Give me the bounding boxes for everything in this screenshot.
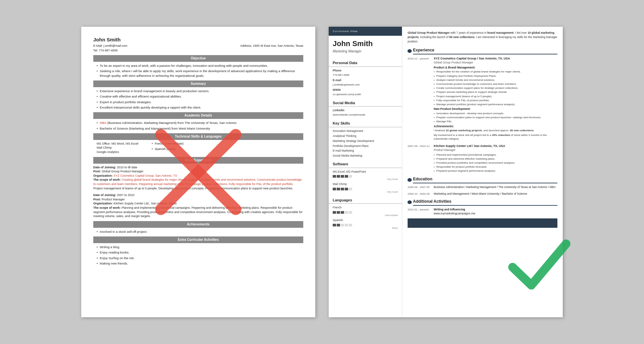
- left-work-header: Work Experience: [93, 157, 303, 164]
- linkedin-label: LinkedIn: [329, 109, 402, 113]
- skill-5: E-mail Marketing: [329, 149, 402, 154]
- cv-label: Curriculum Vitae: [329, 27, 402, 36]
- lang-2: Spanish: [329, 218, 402, 223]
- left-objective-2: Seeking a role, where I will be able to …: [93, 69, 303, 78]
- left-summary-2: Creative with effective and efficient or…: [93, 94, 303, 99]
- left-summary-3: Expert in product portfolio strategies.: [93, 100, 303, 104]
- exp-1-b9: Manage product portfolio (product segmen…: [434, 103, 557, 106]
- left-summary-4: Excellent interpersonal skills quickly d…: [93, 105, 303, 110]
- software-2-level: Very Good: [333, 190, 398, 194]
- exp-1-role: Global Group Product Manager: [434, 61, 557, 65]
- lang-2-bar: Basic: [329, 223, 402, 231]
- exp-1-dates: 2010-12 - present: [408, 56, 431, 141]
- exp-1-subsection-2: New Product Development:: [434, 107, 557, 111]
- exp-2-b5: Prepared product segment performance ana…: [434, 169, 557, 173]
- key-skills-title: Key Skills: [329, 121, 402, 127]
- exp-1-b7: Project management (teams of up to 5 peo…: [434, 95, 557, 98]
- software-1: MS Excel, MS PowerPoint: [329, 170, 402, 175]
- edu-entry-1: 2005-09 - 2007-05 Business Administratio…: [408, 185, 557, 189]
- left-email: E-Mail: j.smith@mail.com: [93, 44, 127, 48]
- exp-1-b4: Communicate product knowledge to custome…: [434, 82, 557, 86]
- add-1-dates: 2012-01 - present: [408, 208, 431, 216]
- exp-1-company: XYZ Cosmetics Capital Group / San Antoni…: [434, 56, 557, 61]
- left-extra-2: Enjoy reading books.: [93, 250, 303, 254]
- exp-1-ach1: I finalized 10 global marketing projects…: [434, 129, 557, 132]
- exp-2-dates: 2007-09 - 2010-11: [408, 144, 431, 173]
- exp-1-npd1: Innovation development - develop new pro…: [434, 112, 557, 115]
- left-address: Address: 1905 W East Ave, San Antonio, T…: [240, 44, 303, 48]
- exp-1-subsection-1: Product & Brand Management:: [434, 66, 557, 70]
- left-summary-header: Summary: [93, 80, 303, 87]
- edu-2-content: Marketing and Management / West Miami Un…: [434, 192, 557, 196]
- left-resume-wrapper: John Smith E-Mail: j.smith@mail.com Addr…: [81, 27, 315, 317]
- left-extra-4: Making new friends.: [93, 261, 303, 266]
- exp-1-b3: Analyze market trends and recommend solu…: [434, 78, 557, 82]
- edu-2-dates: 2000-10 - 2004-05: [408, 192, 431, 196]
- exp-1-achievements: Achievements:: [434, 125, 557, 129]
- social-media-title: Social Media: [329, 101, 402, 107]
- left-tech-col1: MS Office: MS Word, MS Excel Mail Chimp …: [97, 142, 138, 154]
- software-1-bar: Very Good: [329, 175, 402, 182]
- www-label: WWW: [329, 88, 402, 93]
- experience-icon: [408, 49, 412, 53]
- exp-entry-1: 2010-12 - present XYZ Cosmetics Capital …: [408, 56, 557, 141]
- personal-data-title: Personal Data: [329, 60, 402, 66]
- exp-1-npd3: Manage P&L.: [434, 120, 557, 123]
- lang-1: French: [329, 206, 402, 211]
- right-title: Marketing Manager: [329, 49, 402, 58]
- exp-1-npd2: Prepare communication plans to support n…: [434, 116, 557, 119]
- edu-entry-2: 2000-10 - 2004-05 Marketing and Manageme…: [408, 192, 557, 196]
- email-value: j.smith@uptowork.com: [329, 83, 402, 88]
- linkedin-value: www.linkedin.com/johnsutw: [329, 113, 402, 118]
- edu-1-content: Business Administration / Marketing Mana…: [434, 185, 557, 189]
- right-sidebar: Curriculum Vitae John Smith Marketing Ma…: [329, 27, 402, 317]
- email-label: E-mail: [329, 78, 402, 83]
- left-objective-1: To be an expert in my area of work, with…: [93, 63, 303, 68]
- additional-title: Additional Activities: [413, 199, 557, 206]
- exp-2-b2: Prepared and delivered effective marketi…: [434, 157, 557, 161]
- left-extra-1: Writing a blog.: [93, 245, 303, 249]
- phone-value: 774-987-4009: [329, 73, 402, 78]
- languages-title: Languages: [329, 198, 402, 204]
- exp-1-b2: Prepare Category and Portfolio Deploymen…: [434, 74, 557, 78]
- left-resume: John Smith E-Mail: j.smith@mail.com Addr…: [81, 27, 315, 317]
- skill-2: Analytical Thinking: [329, 134, 402, 139]
- left-academic-2: Bachelor of Science (Marketing and Manag…: [93, 126, 303, 131]
- exp-2-role: Product Manager: [434, 148, 557, 152]
- left-academic-1: MBA (Business Administration, Marketing …: [93, 121, 303, 125]
- exp-1-ach2: My involvement in a stock sell-off proje…: [434, 133, 557, 141]
- left-name: John Smith: [93, 36, 303, 43]
- exp-1-content: XYZ Cosmetics Capital Group / San Antoni…: [434, 56, 557, 141]
- right-resume-wrapper: Curriculum Vitae John Smith Marketing Ma…: [329, 27, 563, 317]
- left-tech-col2: • French (intermediate) • Spanish (basic…: [152, 142, 184, 154]
- software-2-bar: Very Good: [329, 187, 402, 195]
- www-value: cv.uptowork.com/j.smith: [329, 93, 402, 98]
- right-name: John Smith: [329, 36, 402, 49]
- right-resume: Curriculum Vitae John Smith Marketing Ma…: [329, 27, 563, 317]
- education-title: Education: [413, 176, 557, 183]
- exp-2-company: Kitchen Supply Center Ltd / San Antonio,…: [434, 144, 557, 148]
- left-work-1: Date of Joining: 2010 to till date Post:…: [93, 165, 303, 191]
- skill-6: Social Media Marketing: [329, 154, 402, 159]
- exp-1-b8: Fully responsible for P&L of product por…: [434, 99, 557, 102]
- skill-1: Innovation Management: [329, 129, 402, 134]
- experience-title: Experience: [413, 47, 557, 54]
- exp-2-b3: Provided product portfolios and competit…: [434, 161, 557, 165]
- left-objective-header: Objective: [93, 55, 303, 62]
- right-main: Global Group Product Manager with 7 year…: [402, 27, 563, 317]
- software-1-level: Very Good: [333, 178, 398, 181]
- left-tel: Tel: 774-987-4009: [93, 48, 303, 53]
- software-2: Mail Chimp: [329, 182, 402, 187]
- software-title: Software: [329, 162, 402, 168]
- add-entry-1: 2012-01 - present Writing and Influencin…: [408, 208, 557, 216]
- additional-header-row: Additional Activities: [408, 199, 557, 206]
- left-extra-3: Enjoy Surfing on the net.: [93, 256, 303, 260]
- skill-3: Marketing Strategy Development: [329, 139, 402, 144]
- exp-entry-2: 2007-09 - 2010-11 Kitchen Supply Center …: [408, 144, 557, 173]
- left-technical-header: Technical Skills & Languages: [93, 133, 303, 140]
- left-achievements-header: Achievements: [93, 221, 303, 228]
- edu-1-dates: 2005-09 - 2007-05: [408, 185, 431, 189]
- exp-2-b4: Responsible for product portfolio foreca…: [434, 165, 557, 169]
- right-bottom-bar: [408, 218, 557, 228]
- left-summary-1: Extensive experience in brand management…: [93, 89, 303, 93]
